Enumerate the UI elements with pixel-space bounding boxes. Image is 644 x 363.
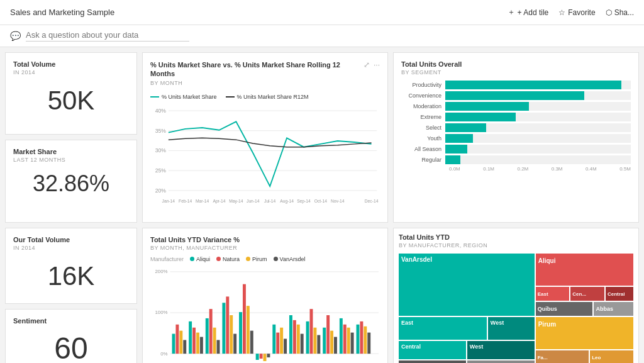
treemap-quibus: Quibus <box>536 302 593 316</box>
vbar-chart-card: Total Units YTD Variance % BY MONTH, MAN… <box>142 228 388 363</box>
treemap-abbas: Abbas <box>594 302 633 316</box>
svg-rect-47 <box>250 330 253 354</box>
hbar-label: Moderation <box>401 103 445 109</box>
svg-rect-52 <box>272 324 275 353</box>
sentiment-title: Sentiment <box>13 317 129 325</box>
treemap-fabr: Fa... <box>536 350 589 363</box>
svg-rect-36 <box>206 318 209 354</box>
natura-dot <box>216 257 221 261</box>
svg-rect-42 <box>230 315 233 354</box>
manufacturer-label: Manufacturer <box>150 256 184 262</box>
add-tile-button[interactable]: ＋ + Add tile <box>508 7 549 18</box>
treemap-quibus-row: Quibus Abbas <box>536 302 633 316</box>
treemap-subtitle: BY MANUFACTURER, REGION <box>399 242 633 249</box>
line-chart-svg: 40% 35% 30% 25% 20% Jan-14 Feb-14 Mar-14… <box>150 103 380 213</box>
svg-rect-70 <box>347 327 350 353</box>
svg-rect-46 <box>247 306 250 354</box>
svg-rect-53 <box>276 332 279 354</box>
hbar-track <box>445 102 631 111</box>
treemap-natura-east: East <box>467 360 535 363</box>
legend-r12m: % Units Market Share R12M <box>226 94 309 100</box>
svg-rect-59 <box>301 333 304 354</box>
line-chart-title: % Units Market Share vs. % Units Market … <box>150 60 364 79</box>
treemap-leo: Leo <box>590 350 633 363</box>
treemap-west2: West <box>467 341 535 359</box>
hbar-chart: ProductivityConvenienceModerationExtreme… <box>401 81 631 172</box>
hbar-track <box>445 155 631 164</box>
total-volume-subtitle: IN 2014 <box>13 69 129 75</box>
more-icon[interactable]: ··· <box>374 60 380 69</box>
hbar-xaxis-label: 0.2M <box>517 166 528 172</box>
svg-text:Mar-14: Mar-14 <box>196 199 209 203</box>
hbar-track <box>445 81 631 89</box>
our-volume-title: Our Total Volume <box>13 236 129 243</box>
hbar-label: Regular <box>401 157 445 163</box>
svg-rect-41 <box>226 296 229 354</box>
svg-rect-63 <box>317 335 320 354</box>
hbar-label: Youth <box>401 135 445 142</box>
svg-rect-43 <box>233 333 236 354</box>
hbar-label: Productivity <box>401 82 445 88</box>
hbar-track <box>445 145 631 154</box>
hbar-xaxis-label: 0.5M <box>619 166 631 172</box>
hbar-track <box>445 134 631 143</box>
hbar-row: Moderation <box>401 102 631 111</box>
treemap-title: Total Units YTD <box>399 233 633 241</box>
ask-input[interactable] <box>26 30 189 42</box>
star-icon: ☆ <box>558 8 565 17</box>
hbar-chart-card: Total Units Overall BY SEGMENT Productiv… <box>393 52 639 223</box>
svg-rect-29 <box>175 324 179 353</box>
svg-rect-56 <box>289 315 292 354</box>
legend-vanarsdel-label: VanArsdel <box>280 256 306 262</box>
svg-rect-71 <box>351 332 354 354</box>
legend-line-teal <box>150 96 159 98</box>
ask-bar: 💬 <box>0 25 644 47</box>
svg-text:Jun-14: Jun-14 <box>247 199 260 203</box>
svg-rect-57 <box>293 320 296 353</box>
svg-text:Aug-14: Aug-14 <box>280 199 294 204</box>
svg-rect-32 <box>189 321 192 353</box>
svg-rect-73 <box>360 321 363 353</box>
chart-actions: ⤢ ··· <box>364 60 380 69</box>
svg-text:100%: 100% <box>155 310 167 315</box>
svg-text:30%: 30% <box>155 147 167 154</box>
hbar-chart-subtitle: BY SEGMENT <box>401 69 631 75</box>
svg-text:Feb-14: Feb-14 <box>179 199 192 203</box>
total-volume-value: 50K <box>13 86 129 116</box>
svg-rect-45 <box>243 284 246 353</box>
share-button[interactable]: ⬡ Sha... <box>606 8 634 17</box>
treemap-aliqui: Aliqui <box>536 254 633 286</box>
svg-rect-74 <box>364 326 367 353</box>
svg-rect-66 <box>330 330 333 354</box>
add-icon: ＋ <box>508 7 515 18</box>
svg-rect-30 <box>179 330 182 354</box>
legend-natura: Natura <box>216 256 240 262</box>
legend-label-units: % Units Market Share <box>162 94 217 100</box>
bottom-left-column: Our Total Volume IN 2014 16K Sentiment 6… <box>5 228 137 363</box>
legend-line-dark <box>226 96 235 98</box>
hbar-fill <box>445 91 584 100</box>
favorite-button[interactable]: ☆ Favorite <box>558 8 595 17</box>
svg-text:200%: 200% <box>155 269 167 274</box>
svg-text:35%: 35% <box>155 127 167 133</box>
svg-rect-69 <box>343 324 347 353</box>
vbar-chart-svg: 200% 100% 0% <box>150 265 380 363</box>
hbar-xaxis-label: 0.3M <box>552 166 563 172</box>
svg-rect-44 <box>239 312 242 354</box>
hbar-row: Extreme <box>401 113 631 121</box>
svg-rect-48 <box>256 354 259 360</box>
svg-rect-28 <box>172 333 175 354</box>
line-units-share <box>169 121 372 186</box>
hbar-fill <box>445 134 473 143</box>
line-chart-header: % Units Market Share vs. % Units Market … <box>150 60 380 91</box>
total-volume-card: Total Volume IN 2014 50K <box>5 52 137 135</box>
hbar-fill <box>445 81 621 89</box>
pirum-dot <box>246 257 250 261</box>
treemap-pirum: Pirum <box>536 317 633 350</box>
expand-icon[interactable]: ⤢ <box>364 60 370 69</box>
svg-rect-39 <box>217 340 220 354</box>
hbar-track <box>445 113 631 121</box>
svg-rect-61 <box>310 309 313 354</box>
svg-text:40%: 40% <box>155 108 167 114</box>
treemap-aliqui-regions: East Cen... Central <box>536 287 633 301</box>
